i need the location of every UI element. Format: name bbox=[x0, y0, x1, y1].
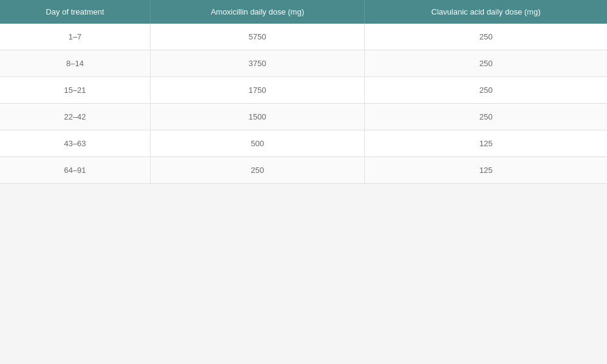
cell-clavulanic: 250 bbox=[365, 24, 607, 50]
treatment-table: Day of treatment Amoxicillin daily dose … bbox=[0, 0, 607, 184]
table-row: 15–211750250 bbox=[0, 77, 607, 104]
cell-amoxicillin: 1750 bbox=[151, 77, 365, 104]
table-header-row: Day of treatment Amoxicillin daily dose … bbox=[0, 0, 607, 24]
table-row: 1–75750250 bbox=[0, 24, 607, 50]
table-row: 8–143750250 bbox=[0, 50, 607, 77]
cell-amoxicillin: 250 bbox=[151, 157, 365, 184]
cell-day: 15–21 bbox=[0, 77, 151, 104]
cell-day: 22–42 bbox=[0, 104, 151, 130]
col-header-clavulanic: Clavulanic acid daily dose (mg) bbox=[365, 0, 607, 24]
treatment-table-container: Day of treatment Amoxicillin daily dose … bbox=[0, 0, 607, 184]
cell-day: 43–63 bbox=[0, 130, 151, 157]
cell-clavulanic: 250 bbox=[365, 104, 607, 130]
cell-amoxicillin: 3750 bbox=[151, 50, 365, 77]
cell-day: 1–7 bbox=[0, 24, 151, 50]
cell-amoxicillin: 5750 bbox=[151, 24, 365, 50]
col-header-amoxicillin: Amoxicillin daily dose (mg) bbox=[151, 0, 365, 24]
cell-clavulanic: 250 bbox=[365, 77, 607, 104]
table-row: 43–63500125 bbox=[0, 130, 607, 157]
cell-amoxicillin: 1500 bbox=[151, 104, 365, 130]
cell-day: 64–91 bbox=[0, 157, 151, 184]
cell-clavulanic: 125 bbox=[365, 130, 607, 157]
cell-day: 8–14 bbox=[0, 50, 151, 77]
table-row: 64–91250125 bbox=[0, 157, 607, 184]
cell-amoxicillin: 500 bbox=[151, 130, 365, 157]
cell-clavulanic: 250 bbox=[365, 50, 607, 77]
cell-clavulanic: 125 bbox=[365, 157, 607, 184]
table-row: 22–421500250 bbox=[0, 104, 607, 130]
col-header-day: Day of treatment bbox=[0, 0, 151, 24]
